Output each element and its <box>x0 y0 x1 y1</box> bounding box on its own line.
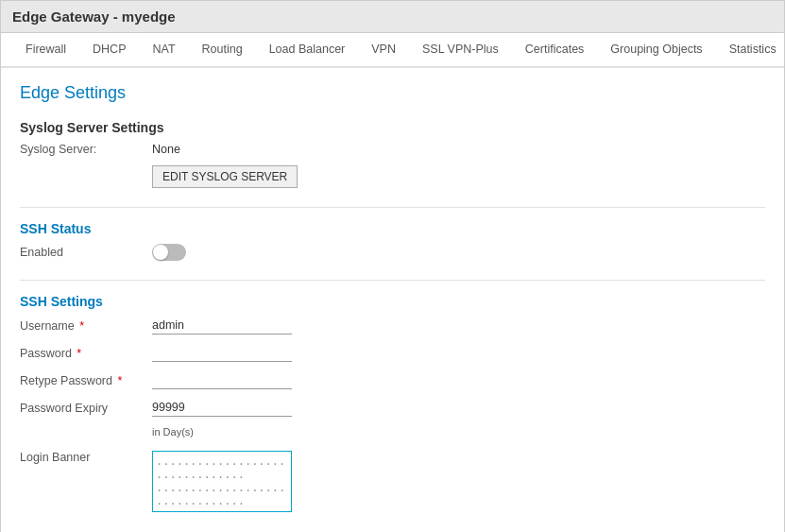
toggle-knob <box>153 245 168 260</box>
nav-certificates[interactable]: Certificates <box>512 33 598 68</box>
password-expiry-row: Password Expiry <box>20 399 765 417</box>
edit-syslog-server-button[interactable]: EDIT SYSLOG SERVER <box>152 165 298 188</box>
nav-statistics[interactable]: Statistics <box>716 33 785 68</box>
nav-ssl-vpn-plus[interactable]: SSL VPN-Plus <box>409 33 512 68</box>
retype-password-row: Retype Password * <box>20 371 765 389</box>
ssh-settings-section: SSH Settings Username * Password * Retyp… <box>20 294 765 512</box>
username-required: * <box>77 319 84 333</box>
ssh-settings-section-title: SSH Settings <box>20 294 765 309</box>
nav-grouping-objects[interactable]: Grouping Objects <box>597 33 715 68</box>
nav-vpn[interactable]: VPN <box>358 33 409 68</box>
syslog-section-title: Syslog Server Settings <box>20 120 765 135</box>
syslog-server-value: None <box>152 143 180 156</box>
username-row: Username * <box>20 317 765 335</box>
password-expiry-input[interactable] <box>152 399 292 417</box>
syslog-section: Syslog Server Settings Syslog Server: No… <box>20 120 765 188</box>
nav-load-balancer[interactable]: Load Balancer <box>256 33 359 68</box>
password-input[interactable] <box>152 344 292 362</box>
syslog-server-label: Syslog Server: <box>20 143 152 156</box>
retype-password-required: * <box>114 374 122 387</box>
password-label: Password * <box>20 347 152 360</box>
in-days-row: in Day(s) <box>20 426 765 441</box>
page-title: Edge Settings <box>20 83 765 103</box>
username-label: Username * <box>20 319 152 333</box>
retype-password-input[interactable] <box>152 371 292 389</box>
ssh-status-section-title: SSH Status <box>20 221 765 236</box>
retype-password-label: Retype Password * <box>20 374 152 387</box>
main-window: Edge Gateway - myedge Firewall DHCP NAT … <box>0 0 785 532</box>
ssh-enabled-label: Enabled <box>20 246 152 259</box>
password-required: * <box>74 347 81 360</box>
in-days-label: in Day(s) <box>152 426 194 438</box>
password-expiry-label: Password Expiry <box>20 402 152 415</box>
password-row: Password * <box>20 344 765 362</box>
nav-firewall[interactable]: Firewall <box>12 33 79 68</box>
ssh-enabled-toggle[interactable] <box>152 244 186 261</box>
login-banner-label: Login Banner <box>20 451 152 464</box>
nav-dhcp[interactable]: DHCP <box>79 33 139 68</box>
divider-1 <box>20 207 765 208</box>
login-banner-textarea[interactable]: ................................ .......… <box>152 451 292 512</box>
divider-2 <box>20 280 765 281</box>
ssh-enabled-row: Enabled <box>20 244 765 261</box>
window-title: Edge Gateway - myedge <box>12 9 176 25</box>
title-bar: Edge Gateway - myedge <box>1 1 784 33</box>
login-banner-row: Login Banner ...........................… <box>20 451 765 512</box>
navigation-bar: Firewall DHCP NAT Routing Load Balancer … <box>1 33 784 68</box>
syslog-button-row: EDIT SYSLOG SERVER <box>20 165 765 188</box>
main-content: Edge Settings Syslog Server Settings Sys… <box>1 68 784 532</box>
ssh-status-section: SSH Status Enabled <box>20 221 765 261</box>
nav-routing[interactable]: Routing <box>189 33 256 68</box>
username-input[interactable] <box>152 317 292 335</box>
syslog-server-row: Syslog Server: None <box>20 143 765 156</box>
nav-nat[interactable]: NAT <box>139 33 188 68</box>
